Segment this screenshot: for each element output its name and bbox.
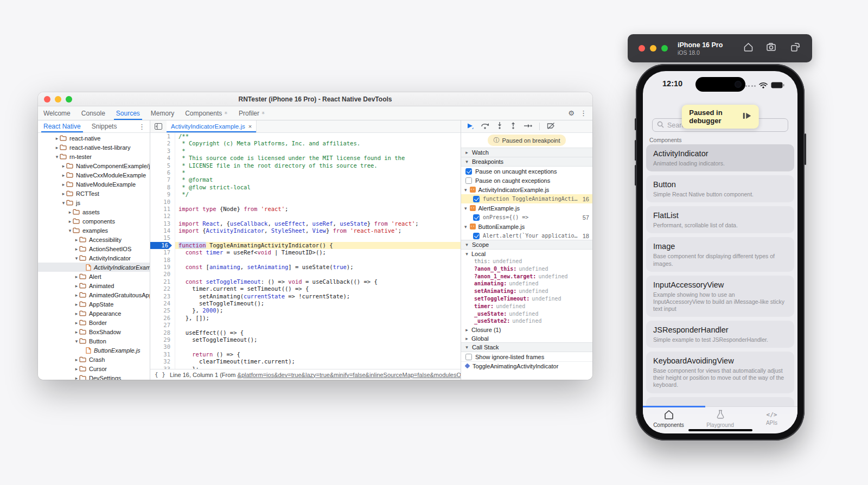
tree-item-crash[interactable]: ▸Crash xyxy=(38,355,150,364)
breakpoint-file-ButtonExample.js[interactable]: ▾‹›ButtonExample.js xyxy=(461,222,592,231)
tab-welcome[interactable]: Welcome xyxy=(38,106,76,120)
tab-sources[interactable]: Sources xyxy=(111,106,145,120)
line-number[interactable]: 1 xyxy=(150,133,175,140)
settings-gear-icon[interactable]: ⚙ xyxy=(568,109,575,117)
step-into-button[interactable] xyxy=(496,122,503,131)
scope-closure-row[interactable]: ▸ Closure (1) xyxy=(461,326,592,334)
scope-var-animating[interactable]: animating:undefined xyxy=(461,280,592,288)
pause-option-1[interactable]: Pause on caught exceptions xyxy=(461,176,592,185)
line-number[interactable]: 28 xyxy=(150,329,175,336)
tree-item-activityindicatorexam[interactable]: ActivityIndicatorExam xyxy=(38,263,150,272)
line-number[interactable]: 17 xyxy=(150,249,175,256)
ignore-listed-option[interactable]: Show ignore-listed frames xyxy=(461,352,592,361)
tree-item-rn-tester[interactable]: ▾rn-tester xyxy=(38,152,150,161)
callstack-frame[interactable]: ToggleAnimatingActivityIndicator xyxy=(461,361,592,370)
component-card-jsresponderhandler[interactable]: JSResponderHandlerSimple example to test… xyxy=(646,321,794,348)
pretty-print-icon[interactable]: { } xyxy=(155,371,165,378)
line-number[interactable]: 14 xyxy=(150,227,175,234)
breakpoint-file-AlertExample.js[interactable]: ▾‹›AlertExample.js xyxy=(461,203,592,213)
close-tab-icon[interactable]: × xyxy=(248,123,252,130)
scope-var-_useState[interactable]: _useState:undefined xyxy=(461,311,592,318)
home-button-icon[interactable] xyxy=(743,42,754,54)
line-number[interactable]: 2 xyxy=(150,140,175,147)
tab-memory[interactable]: Memory xyxy=(145,106,180,120)
component-card-activityindicator[interactable]: ActivityIndicatorAnimated loading indica… xyxy=(646,144,794,171)
line-number[interactable]: 19 xyxy=(150,264,175,271)
tree-item-alert[interactable]: ▸Alert xyxy=(38,272,150,281)
home-indicator[interactable] xyxy=(688,429,752,432)
tree-item-activityindicator[interactable]: ▾ActivityIndicator xyxy=(38,253,150,263)
screenshot-camera-icon[interactable] xyxy=(767,42,777,54)
line-number[interactable]: 30 xyxy=(150,343,175,350)
tree-item-devsettings[interactable]: ▸DevSettings xyxy=(38,373,150,380)
resume-icon[interactable] xyxy=(743,112,751,122)
tab-components[interactable]: Components xyxy=(643,407,694,433)
line-number[interactable]: 13 xyxy=(150,220,175,227)
callstack-section-header[interactable]: ▾ Call Stack xyxy=(461,342,592,352)
navigator-more-icon[interactable]: ⋮ xyxy=(138,123,150,131)
component-card-keyboardavoidingview[interactable]: KeyboardAvoidingViewBase component for v… xyxy=(646,352,794,393)
line-number[interactable]: 31 xyxy=(150,351,175,358)
breakpoint-entry[interactable]: onPress={() =>57 xyxy=(461,213,592,222)
scope-local-row[interactable]: ▾ Local xyxy=(461,250,592,258)
navigator-tab-page[interactable]: React Native xyxy=(38,120,86,132)
tab-apis[interactable]: </>APIs xyxy=(746,407,797,433)
line-number[interactable]: 29 xyxy=(150,336,175,343)
line-number[interactable]: 20 xyxy=(150,271,175,278)
tree-item-nativecxxmoduleexample[interactable]: ▸NativeCxxModuleExample xyxy=(38,170,150,180)
scope-var-this[interactable]: this:undefined xyxy=(461,258,592,266)
line-number[interactable]: 24 xyxy=(150,300,175,307)
line-number[interactable]: 16 xyxy=(150,242,175,249)
close-button[interactable] xyxy=(639,45,645,52)
pause-option-0[interactable]: Pause on uncaught exceptions xyxy=(461,167,592,176)
line-number[interactable]: 33 xyxy=(150,366,175,369)
component-card-flatlist[interactable]: FlatListPerformant, scrollable list of d… xyxy=(646,206,794,233)
line-number[interactable]: 18 xyxy=(150,257,175,264)
tab-profiler[interactable]: Profiler✳ xyxy=(233,106,271,120)
tree-item-boxshadow[interactable]: ▸BoxShadow xyxy=(38,327,150,336)
watch-section-header[interactable]: ▸ Watch xyxy=(461,148,592,157)
checkbox-checked[interactable] xyxy=(465,168,472,175)
tree-item-js[interactable]: ▾js xyxy=(38,198,150,207)
line-number[interactable]: 5 xyxy=(150,162,175,169)
checkbox-checked[interactable] xyxy=(473,214,480,221)
line-number[interactable]: 11 xyxy=(150,206,175,213)
editor-tab[interactable]: ActivityIndicatorExample.js × xyxy=(167,120,257,132)
tab-components[interactable]: Components✳ xyxy=(180,106,233,120)
tree-item-buttonexample-js[interactable]: ButtonExample.js xyxy=(38,346,150,355)
tree-item-border[interactable]: ▸Border xyxy=(38,318,150,327)
step-over-button[interactable] xyxy=(481,122,489,131)
tree-item-examples[interactable]: ▾examples xyxy=(38,226,150,235)
resume-button[interactable] xyxy=(467,122,474,131)
scope-var-anon_1_newtarget[interactable]: ?anon_1_new.target:undefined xyxy=(461,273,592,281)
scope-var-setAnimating[interactable]: setAnimating:undefined xyxy=(461,288,592,296)
tree-item-cursor[interactable]: ▸Cursor xyxy=(38,364,150,373)
checkbox-checked[interactable] xyxy=(473,196,480,202)
line-number[interactable]: 10 xyxy=(150,199,175,206)
line-number[interactable]: 32 xyxy=(150,358,175,365)
tree-item-appstate[interactable]: ▸AppState xyxy=(38,299,150,309)
scope-var-setToggleTimeout[interactable]: setToggleTimeout:undefined xyxy=(461,296,592,303)
line-number[interactable]: 8 xyxy=(150,184,175,191)
more-menu-icon[interactable]: ⋮ xyxy=(580,109,587,117)
line-number[interactable]: 12 xyxy=(150,213,175,220)
component-card-inputaccessoryview[interactable]: InputAccessoryViewExample showing how to… xyxy=(646,276,794,317)
breakpoints-section-header[interactable]: ▾ Breakpoints xyxy=(461,157,592,167)
line-number[interactable]: 26 xyxy=(150,315,175,322)
breakpoint-entry[interactable]: function ToggleAnimatingActiv…16 xyxy=(461,194,592,203)
tree-item-nativecomponentexample-j[interactable]: ▸NativeComponentExample/j xyxy=(38,161,150,170)
tree-item-nativemoduleexample[interactable]: ▸NativeModuleExample xyxy=(38,180,150,189)
tree-item-assets[interactable]: ▸assets xyxy=(38,207,150,216)
step-button[interactable] xyxy=(524,122,532,131)
scope-global-row[interactable]: ▸ Global xyxy=(461,334,592,343)
tree-item-react-native-test-library[interactable]: ▸react-native-test-library xyxy=(38,143,150,152)
line-number[interactable]: 6 xyxy=(150,169,175,176)
tree-item-actionsheetios[interactable]: ▸ActionSheetIOS xyxy=(38,244,150,253)
line-number[interactable]: 15 xyxy=(150,234,175,241)
line-number[interactable]: 22 xyxy=(150,285,175,292)
code-editor[interactable]: 1/**2 * Copyright (c) Meta Platforms, In… xyxy=(150,133,461,369)
minimize-button[interactable] xyxy=(650,45,656,52)
line-number[interactable]: 7 xyxy=(150,176,175,183)
breakpoint-entry[interactable]: Alert.alert(`Your application…18 xyxy=(461,231,592,240)
source-url-link[interactable]: &platform=ios&dev=true&lazy=true&minify=… xyxy=(238,372,461,378)
